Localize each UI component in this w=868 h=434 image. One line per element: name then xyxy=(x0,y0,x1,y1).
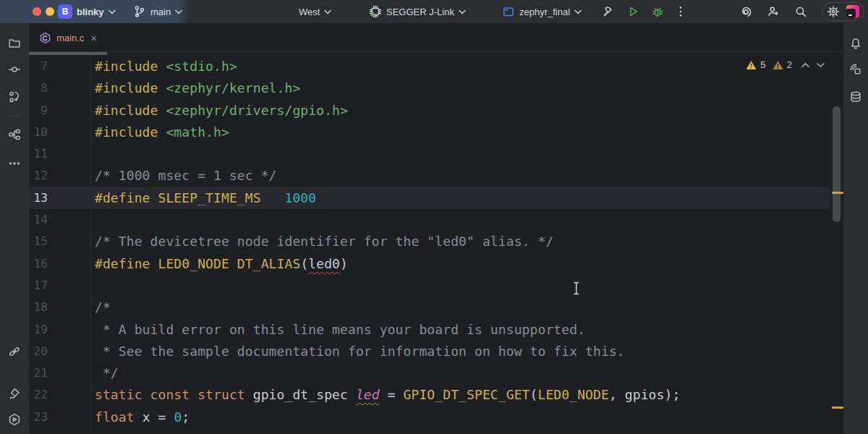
target-board-icon xyxy=(502,5,515,18)
debug-button[interactable] xyxy=(648,3,667,20)
link-icon xyxy=(8,345,21,358)
line-number[interactable]: 22 xyxy=(29,384,48,406)
line-number[interactable]: 20 xyxy=(29,341,48,362)
settings-account-group xyxy=(822,2,864,21)
right-activity-bar xyxy=(843,23,868,434)
code-text: #define LED0_NODE DT_ALIAS(led0) xyxy=(95,253,348,275)
code-with-me-button[interactable] xyxy=(764,3,783,20)
code-line[interactable]: 8#include <zephyr/kernel.h> xyxy=(29,77,830,99)
inspections-widget[interactable]: 5 2 xyxy=(746,59,825,70)
tab-scrollbar-thumb[interactable] xyxy=(29,52,107,55)
line-number[interactable]: 8 xyxy=(29,77,48,99)
build-button[interactable] xyxy=(599,3,618,20)
project-widget[interactable]: B blinky xyxy=(58,0,116,23)
code-line[interactable]: 23float x = 0; xyxy=(29,407,830,428)
weak-warning-icon xyxy=(773,60,783,70)
tab-close-button[interactable]: × xyxy=(90,33,97,43)
code-line[interactable]: 18/* xyxy=(29,297,830,318)
tab-label: main.c xyxy=(56,33,84,43)
run-icon xyxy=(626,5,639,18)
branch-widget[interactable]: main xyxy=(133,0,182,23)
code-text: #include <zephyr/kernel.h> xyxy=(95,77,300,99)
code-line[interactable]: 12/* 1000 msec = 1 sec */ xyxy=(29,165,830,187)
code-line[interactable]: 16#define LED0_NODE DT_ALIAS(led0) xyxy=(29,253,830,275)
tool-version-control-button[interactable] xyxy=(4,87,25,107)
run-task-selector[interactable]: West xyxy=(299,0,331,23)
tool-commit-button[interactable] xyxy=(4,59,25,80)
weak-warning-count: 2 xyxy=(787,59,792,70)
tool-notifications-button[interactable] xyxy=(846,33,866,54)
line-number[interactable]: 19 xyxy=(29,319,48,341)
bug-icon xyxy=(651,5,664,18)
line-number[interactable]: 7 xyxy=(29,56,48,77)
search-everywhere-button[interactable] xyxy=(791,3,810,20)
code-text: #define SLEEP_TIME_MS 1000 xyxy=(95,187,316,209)
tool-remote-button[interactable] xyxy=(4,341,25,362)
hammer-icon xyxy=(602,5,615,18)
chip-debug-icon xyxy=(369,5,382,18)
user-avatar[interactable] xyxy=(846,5,859,18)
tool-services-button[interactable] xyxy=(4,409,25,430)
line-number[interactable]: 17 xyxy=(29,275,48,297)
warning-count: 5 xyxy=(760,59,765,70)
more-options-button[interactable] xyxy=(671,3,690,20)
line-number[interactable]: 23 xyxy=(29,407,48,428)
code-line[interactable]: 19 * A build error on this line means yo… xyxy=(29,319,830,341)
gear-icon xyxy=(827,5,840,18)
ide-window: B blinky main West SEGGER J-Link xyxy=(0,0,868,434)
line-number[interactable]: 15 xyxy=(29,231,48,252)
code-line[interactable]: 14 xyxy=(29,209,830,231)
code-line[interactable]: 22static const struct gpio_dt_spec led =… xyxy=(29,384,830,406)
debugger-selector[interactable]: SEGGER J-Link xyxy=(369,0,466,23)
code-text: #include <stdio.h> xyxy=(95,56,237,77)
chevron-down-icon xyxy=(175,9,182,14)
version-control-icon xyxy=(8,90,21,103)
ai-assistant-button[interactable] xyxy=(736,3,755,20)
line-number[interactable]: 9 xyxy=(29,100,48,122)
code-line[interactable]: 10#include <math.h> xyxy=(29,122,830,143)
tab-main-c[interactable]: main.c × xyxy=(29,23,104,52)
tool-project-button[interactable] xyxy=(4,33,25,54)
line-number[interactable]: 11 xyxy=(29,143,48,165)
window-close-button[interactable] xyxy=(33,7,41,16)
commit-icon xyxy=(8,63,21,76)
tool-peripherals-button[interactable] xyxy=(846,59,866,80)
editor-scrollbar-thumb[interactable] xyxy=(833,106,841,222)
tool-more-button[interactable] xyxy=(4,153,25,174)
line-number[interactable]: 10 xyxy=(29,122,48,143)
tool-kite-button[interactable] xyxy=(4,384,25,404)
line-number[interactable]: 16 xyxy=(29,253,48,275)
left-activity-bar xyxy=(0,23,29,434)
code-line[interactable]: 20 * See the sample documentation for in… xyxy=(29,341,830,362)
code-line[interactable]: 21 */ xyxy=(29,362,830,384)
previous-problem-icon[interactable] xyxy=(801,62,809,68)
kite-icon xyxy=(8,388,21,401)
settings-button[interactable] xyxy=(827,5,840,18)
code-line[interactable]: 17 xyxy=(29,275,830,297)
warning-stripe-mark[interactable] xyxy=(832,192,843,194)
code-text: #include <zephyr/drivers/gpio.h> xyxy=(95,100,348,122)
text-cursor-pointer xyxy=(571,281,582,295)
run-task-label: West xyxy=(299,7,320,17)
line-number[interactable]: 18 xyxy=(29,297,48,318)
run-target-selector[interactable]: zephyr_final xyxy=(502,0,582,23)
code-line[interactable]: 11 xyxy=(29,143,830,165)
code-line[interactable]: 9#include <zephyr/drivers/gpio.h> xyxy=(29,100,830,122)
line-number[interactable]: 14 xyxy=(29,209,48,231)
code-line[interactable]: 13#define SLEEP_TIME_MS 1000 xyxy=(29,187,830,209)
warning-icon xyxy=(746,60,757,70)
window-minimize-button[interactable] xyxy=(46,7,54,16)
line-number[interactable]: 13 xyxy=(29,187,48,209)
line-number[interactable]: 12 xyxy=(29,165,48,187)
run-button[interactable] xyxy=(624,3,642,20)
code-line[interactable]: 15/* The devicetree node identifier for … xyxy=(29,231,830,252)
code-text: /* xyxy=(95,297,111,318)
next-problem-icon[interactable] xyxy=(817,62,825,68)
git-branch-icon xyxy=(133,5,146,18)
tool-database-button[interactable] xyxy=(846,87,866,107)
code-area[interactable]: 7#include <stdio.h>8#include <zephyr/ker… xyxy=(29,56,830,428)
tool-structure-button[interactable] xyxy=(4,124,25,145)
code-line[interactable]: 7#include <stdio.h> xyxy=(29,56,830,77)
line-number[interactable]: 21 xyxy=(29,362,48,384)
warning-stripe-mark[interactable] xyxy=(832,407,843,409)
